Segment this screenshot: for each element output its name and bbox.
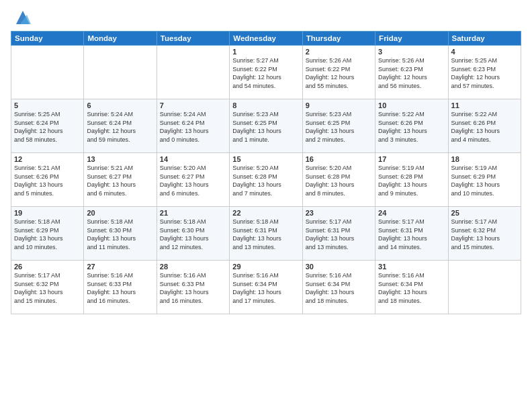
day-number: 9 [306, 101, 372, 109]
day-of-week-header: Wednesday [230, 32, 302, 46]
logo-icon [13, 8, 32, 27]
calendar-cell: 14Sunrise: 5:20 AM Sunset: 6:27 PM Dayli… [157, 153, 229, 207]
day-number: 27 [87, 263, 153, 271]
day-info: Sunrise: 5:19 AM Sunset: 6:28 PM Dayligh… [378, 164, 445, 197]
day-info: Sunrise: 5:17 AM Sunset: 6:32 PM Dayligh… [451, 218, 518, 251]
day-of-week-header: Saturday [448, 32, 521, 46]
day-number: 16 [306, 155, 372, 163]
day-number: 8 [232, 101, 299, 109]
day-number: 5 [14, 101, 81, 109]
calendar-header-row: SundayMondayTuesdayWednesdayThursdayFrid… [11, 32, 521, 46]
day-number: 2 [306, 48, 372, 56]
calendar-cell [84, 46, 157, 99]
day-info: Sunrise: 5:21 AM Sunset: 6:27 PM Dayligh… [87, 164, 153, 197]
day-number: 26 [14, 263, 81, 271]
day-info: Sunrise: 5:23 AM Sunset: 6:25 PM Dayligh… [232, 110, 299, 144]
day-number: 20 [87, 209, 153, 217]
day-number: 18 [451, 155, 518, 163]
day-number: 25 [451, 209, 518, 217]
day-number: 24 [378, 209, 445, 217]
calendar-cell: 11Sunrise: 5:22 AM Sunset: 6:26 PM Dayli… [448, 99, 521, 153]
calendar-cell: 22Sunrise: 5:18 AM Sunset: 6:31 PM Dayli… [230, 207, 302, 261]
day-info: Sunrise: 5:27 AM Sunset: 6:22 PM Dayligh… [232, 56, 299, 90]
day-number: 19 [14, 209, 81, 217]
day-info: Sunrise: 5:16 AM Sunset: 6:33 PM Dayligh… [87, 271, 153, 305]
calendar-cell: 9Sunrise: 5:23 AM Sunset: 6:25 PM Daylig… [302, 99, 375, 153]
page: SundayMondayTuesdayWednesdayThursdayFrid… [0, 0, 532, 411]
day-info: Sunrise: 5:19 AM Sunset: 6:29 PM Dayligh… [451, 164, 518, 197]
calendar-cell: 8Sunrise: 5:23 AM Sunset: 6:25 PM Daylig… [230, 99, 302, 153]
day-info: Sunrise: 5:16 AM Sunset: 6:34 PM Dayligh… [378, 271, 445, 305]
logo [11, 8, 32, 27]
calendar-cell: 24Sunrise: 5:17 AM Sunset: 6:31 PM Dayli… [375, 207, 448, 261]
day-of-week-header: Monday [84, 32, 157, 46]
day-info: Sunrise: 5:18 AM Sunset: 6:30 PM Dayligh… [160, 218, 226, 251]
calendar-cell: 31Sunrise: 5:16 AM Sunset: 6:34 PM Dayli… [375, 261, 448, 314]
calendar-cell: 18Sunrise: 5:19 AM Sunset: 6:29 PM Dayli… [448, 153, 521, 207]
day-number: 13 [87, 155, 153, 163]
calendar-cell: 2Sunrise: 5:26 AM Sunset: 6:22 PM Daylig… [302, 46, 375, 99]
header [11, 8, 521, 27]
calendar-week-row: 12Sunrise: 5:21 AM Sunset: 6:26 PM Dayli… [11, 153, 521, 207]
calendar-week-row: 26Sunrise: 5:17 AM Sunset: 6:32 PM Dayli… [11, 261, 521, 314]
day-info: Sunrise: 5:26 AM Sunset: 6:22 PM Dayligh… [306, 56, 372, 90]
day-info: Sunrise: 5:20 AM Sunset: 6:28 PM Dayligh… [306, 164, 372, 197]
day-info: Sunrise: 5:21 AM Sunset: 6:26 PM Dayligh… [14, 164, 81, 197]
day-number: 17 [378, 155, 445, 163]
day-info: Sunrise: 5:26 AM Sunset: 6:23 PM Dayligh… [378, 56, 445, 90]
day-number: 1 [232, 48, 299, 56]
day-info: Sunrise: 5:25 AM Sunset: 6:23 PM Dayligh… [451, 56, 518, 90]
day-number: 31 [378, 263, 445, 271]
calendar-week-row: 1Sunrise: 5:27 AM Sunset: 6:22 PM Daylig… [11, 46, 521, 99]
calendar-cell: 21Sunrise: 5:18 AM Sunset: 6:30 PM Dayli… [157, 207, 229, 261]
calendar-cell [157, 46, 229, 99]
day-number: 29 [232, 263, 299, 271]
calendar-cell: 10Sunrise: 5:22 AM Sunset: 6:26 PM Dayli… [375, 99, 448, 153]
calendar-cell [11, 46, 84, 99]
day-info: Sunrise: 5:20 AM Sunset: 6:27 PM Dayligh… [160, 164, 226, 197]
calendar-cell: 19Sunrise: 5:18 AM Sunset: 6:29 PM Dayli… [11, 207, 84, 261]
calendar-cell [448, 261, 521, 314]
day-info: Sunrise: 5:17 AM Sunset: 6:31 PM Dayligh… [306, 218, 372, 251]
day-info: Sunrise: 5:18 AM Sunset: 6:31 PM Dayligh… [232, 218, 299, 251]
day-number: 6 [87, 101, 153, 109]
day-number: 28 [160, 263, 226, 271]
day-number: 22 [232, 209, 299, 217]
day-of-week-header: Sunday [11, 32, 84, 46]
calendar-cell: 30Sunrise: 5:16 AM Sunset: 6:34 PM Dayli… [302, 261, 375, 314]
calendar-cell: 4Sunrise: 5:25 AM Sunset: 6:23 PM Daylig… [448, 46, 521, 99]
calendar-cell: 5Sunrise: 5:25 AM Sunset: 6:24 PM Daylig… [11, 99, 84, 153]
day-of-week-header: Friday [375, 32, 448, 46]
calendar-cell: 17Sunrise: 5:19 AM Sunset: 6:28 PM Dayli… [375, 153, 448, 207]
day-info: Sunrise: 5:17 AM Sunset: 6:32 PM Dayligh… [14, 271, 81, 305]
calendar-cell: 13Sunrise: 5:21 AM Sunset: 6:27 PM Dayli… [84, 153, 157, 207]
calendar-cell: 29Sunrise: 5:16 AM Sunset: 6:34 PM Dayli… [230, 261, 302, 314]
calendar-cell: 26Sunrise: 5:17 AM Sunset: 6:32 PM Dayli… [11, 261, 84, 314]
calendar-cell: 23Sunrise: 5:17 AM Sunset: 6:31 PM Dayli… [302, 207, 375, 261]
day-info: Sunrise: 5:22 AM Sunset: 6:26 PM Dayligh… [451, 110, 518, 144]
day-number: 4 [451, 48, 518, 56]
day-number: 14 [160, 155, 226, 163]
day-info: Sunrise: 5:23 AM Sunset: 6:25 PM Dayligh… [306, 110, 372, 144]
day-info: Sunrise: 5:16 AM Sunset: 6:33 PM Dayligh… [160, 271, 226, 305]
day-info: Sunrise: 5:22 AM Sunset: 6:26 PM Dayligh… [378, 110, 445, 144]
calendar-cell: 20Sunrise: 5:18 AM Sunset: 6:30 PM Dayli… [84, 207, 157, 261]
day-number: 30 [306, 263, 372, 271]
day-number: 21 [160, 209, 226, 217]
calendar-cell: 7Sunrise: 5:24 AM Sunset: 6:24 PM Daylig… [157, 99, 229, 153]
day-info: Sunrise: 5:18 AM Sunset: 6:29 PM Dayligh… [14, 218, 81, 251]
day-info: Sunrise: 5:25 AM Sunset: 6:24 PM Dayligh… [14, 110, 81, 144]
calendar-cell: 6Sunrise: 5:24 AM Sunset: 6:24 PM Daylig… [84, 99, 157, 153]
day-number: 23 [306, 209, 372, 217]
day-number: 10 [378, 101, 445, 109]
day-info: Sunrise: 5:20 AM Sunset: 6:28 PM Dayligh… [232, 164, 299, 197]
day-number: 11 [451, 101, 518, 109]
calendar-cell: 12Sunrise: 5:21 AM Sunset: 6:26 PM Dayli… [11, 153, 84, 207]
calendar-cell: 16Sunrise: 5:20 AM Sunset: 6:28 PM Dayli… [302, 153, 375, 207]
day-number: 12 [14, 155, 81, 163]
calendar-cell: 3Sunrise: 5:26 AM Sunset: 6:23 PM Daylig… [375, 46, 448, 99]
calendar-week-row: 5Sunrise: 5:25 AM Sunset: 6:24 PM Daylig… [11, 99, 521, 153]
calendar-cell: 25Sunrise: 5:17 AM Sunset: 6:32 PM Dayli… [448, 207, 521, 261]
day-info: Sunrise: 5:16 AM Sunset: 6:34 PM Dayligh… [306, 271, 372, 305]
day-number: 15 [232, 155, 299, 163]
